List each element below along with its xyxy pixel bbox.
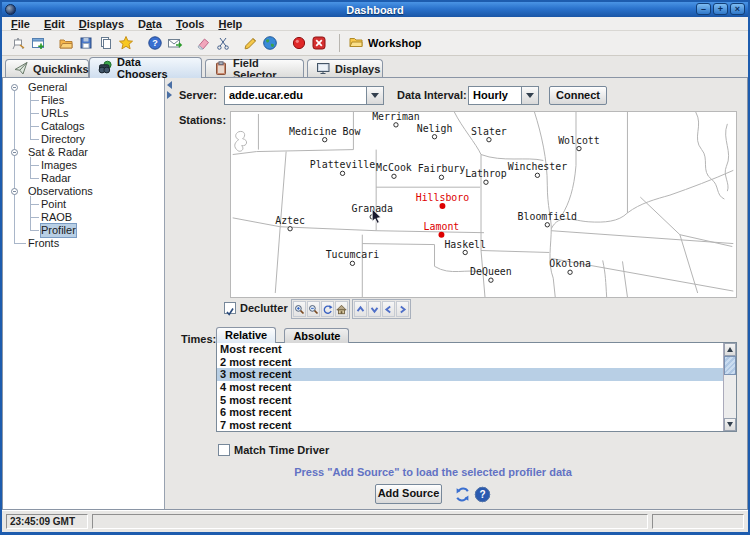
station-marker[interactable]: [432, 135, 436, 139]
help-icon[interactable]: ?: [145, 33, 165, 53]
zoom-in-icon[interactable]: [293, 301, 306, 317]
menu-tools[interactable]: Tools: [169, 17, 212, 31]
tree-expand-knob-icon[interactable]: [11, 149, 18, 156]
tree-item-directory[interactable]: Directory: [3, 133, 164, 146]
tab-data-choosers[interactable]: Data Choosers: [89, 57, 202, 78]
scroll-down-icon[interactable]: [724, 418, 736, 431]
pan-down-icon[interactable]: [368, 301, 381, 317]
tree-expand-knob-icon[interactable]: [11, 188, 18, 195]
cut-icon[interactable]: [213, 33, 233, 53]
erase-icon[interactable]: [193, 33, 213, 53]
station-marker[interactable]: [439, 175, 443, 179]
map-station-hillsboro[interactable]: Hillsboro: [416, 192, 470, 209]
help-icon[interactable]: ?: [474, 486, 491, 507]
station-marker[interactable]: [323, 138, 327, 142]
remove-displays-icon[interactable]: [309, 33, 329, 53]
data-interval-combobox[interactable]: Hourly: [468, 86, 539, 105]
workshop-toolbar-item[interactable]: Workshop: [348, 34, 422, 52]
map-station-wolcott[interactable]: Wolcott: [558, 135, 600, 151]
station-marker[interactable]: [484, 180, 488, 184]
time-option[interactable]: 2 most recent: [217, 356, 736, 369]
tree-item-profiler[interactable]: Profiler: [3, 224, 164, 237]
open-bundle-icon[interactable]: [56, 33, 76, 53]
tree-item-general[interactable]: General: [3, 81, 164, 94]
support-icon[interactable]: [165, 33, 185, 53]
tab-displays[interactable]: Displays: [307, 59, 383, 77]
station-marker[interactable]: [545, 223, 549, 227]
save-bundle-icon[interactable]: [76, 33, 96, 53]
interval-dropdown-icon[interactable]: [521, 87, 538, 104]
map-station-dequeen[interactable]: DeQueen: [470, 266, 512, 282]
station-marker[interactable]: [463, 250, 467, 254]
server-combobox[interactable]: adde.ucar.edu: [224, 86, 384, 105]
tree-item-sat-radar[interactable]: Sat & Radar: [3, 146, 164, 159]
station-marker[interactable]: [535, 173, 539, 177]
times-list[interactable]: Most recent2 most recent3 most recent4 m…: [216, 342, 737, 432]
new-window-icon[interactable]: [28, 33, 48, 53]
tab-quicklinks[interactable]: Quicklinks: [5, 59, 89, 77]
time-option[interactable]: 3 most recent: [217, 368, 736, 381]
declutter-checkbox[interactable]: [224, 302, 236, 314]
tree-expand-knob-icon[interactable]: [11, 84, 18, 91]
map-station-neligh[interactable]: Neligh: [417, 123, 453, 139]
menu-edit[interactable]: Edit: [37, 17, 72, 31]
map-station-haskell[interactable]: Haskell: [444, 239, 486, 255]
time-option[interactable]: 6 most recent: [217, 406, 736, 419]
time-option[interactable]: 4 most recent: [217, 381, 736, 394]
tree-item-files[interactable]: Files: [3, 94, 164, 107]
map-station-medicine-bow[interactable]: Medicine Bow: [289, 126, 360, 142]
map-station-tucumcari[interactable]: Tucumcari: [326, 249, 380, 265]
tree-item-fronts[interactable]: Fronts: [3, 237, 164, 250]
minimize-button[interactable]: –: [696, 3, 711, 15]
station-marker[interactable]: [568, 270, 572, 274]
maximize-button[interactable]: +: [713, 3, 728, 15]
station-marker-selected[interactable]: [439, 203, 445, 209]
station-marker[interactable]: [392, 174, 396, 178]
web-icon[interactable]: [260, 33, 280, 53]
time-option[interactable]: 5 most recent: [217, 394, 736, 407]
expand-right-icon[interactable]: [167, 91, 172, 99]
close-button[interactable]: ×: [730, 3, 745, 15]
menu-displays[interactable]: Displays: [72, 17, 131, 31]
scroll-up-icon[interactable]: [724, 343, 736, 356]
time-option[interactable]: Most recent: [217, 343, 736, 356]
time-tab-absolute[interactable]: Absolute: [284, 328, 349, 343]
edit-icon[interactable]: [240, 33, 260, 53]
copy-icon[interactable]: [96, 33, 116, 53]
map-station-slater[interactable]: Slater: [471, 126, 507, 142]
tree-item-point[interactable]: Point: [3, 198, 164, 211]
map-station-mccook[interactable]: McCook: [376, 162, 412, 178]
station-marker[interactable]: [288, 227, 292, 231]
pan-up-icon[interactable]: [354, 301, 367, 317]
station-marker[interactable]: [489, 278, 493, 282]
tab-field-selector[interactable]: Field Selector: [205, 59, 304, 77]
tree-item-catalogs[interactable]: Catalogs: [3, 120, 164, 133]
map-station-platteville[interactable]: Platteville: [310, 159, 375, 175]
stations-map-svg[interactable]: MerrimanMedicine BowNelighSlaterWolcottP…: [231, 112, 736, 297]
tree-item-observations[interactable]: Observations: [3, 185, 164, 198]
map-station-lamont[interactable]: Lamont: [424, 221, 460, 238]
scroll-thumb[interactable]: [724, 356, 736, 375]
station-marker-selected[interactable]: [438, 232, 444, 238]
station-marker[interactable]: [487, 138, 491, 142]
menu-data[interactable]: Data: [131, 17, 169, 31]
stations-map[interactable]: MerrimanMedicine BowNelighSlaterWolcottP…: [230, 111, 737, 298]
reload-icon[interactable]: [454, 486, 471, 507]
times-scrollbar[interactable]: [723, 343, 736, 431]
record-image-icon[interactable]: [289, 33, 309, 53]
station-marker[interactable]: [340, 171, 344, 175]
station-marker[interactable]: [577, 146, 581, 150]
split-divider[interactable]: [165, 78, 176, 509]
collapse-left-icon[interactable]: [167, 81, 172, 89]
pan-right-icon[interactable]: [396, 301, 409, 317]
tree-item-radar[interactable]: Radar: [3, 172, 164, 185]
zoom-out-icon[interactable]: [307, 301, 320, 317]
menu-file[interactable]: File: [4, 17, 37, 31]
map-station-fairbury[interactable]: Fairbury: [418, 163, 466, 179]
tree-item-raob[interactable]: RAOB: [3, 211, 164, 224]
connect-button[interactable]: Connect: [549, 86, 607, 105]
pan-left-icon[interactable]: [382, 301, 395, 317]
map-station-okolona[interactable]: Okolona: [549, 258, 591, 274]
favorites-icon[interactable]: [116, 33, 136, 53]
station-marker[interactable]: [350, 261, 354, 265]
